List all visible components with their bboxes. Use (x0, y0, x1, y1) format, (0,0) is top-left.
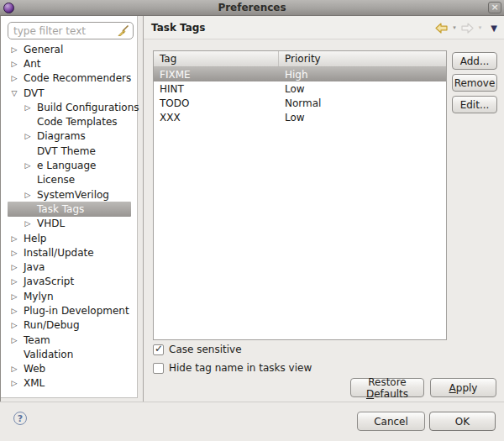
sidebar-item-label: e Language (37, 160, 96, 171)
forward-menu-chevron-icon[interactable]: ▾ (479, 24, 482, 31)
checkbox-label: Case sensitive (169, 344, 242, 355)
titlebar: Preferences × (0, 0, 504, 16)
sidebar-item-build-configurations[interactable]: ▷Build Configurations (1, 100, 136, 114)
sidebar-item-dvt[interactable]: ▽DVT (1, 86, 136, 100)
tree-expander-collapsed-icon[interactable]: ▷ (9, 321, 19, 329)
sidebar-item-task-tags[interactable]: Task Tags (1, 202, 136, 216)
tree-expander-collapsed-icon[interactable]: ▷ (23, 191, 33, 199)
sidebar-item-systemverilog[interactable]: ▷SystemVerilog (1, 187, 136, 202)
tree-expander-collapsed-icon[interactable]: ▷ (9, 45, 19, 54)
tree-expander-collapsed-icon[interactable]: ▷ (23, 132, 33, 140)
sidebar-item-label: Code Templates (37, 116, 118, 128)
sidebar-item-code-templates[interactable]: Code Templates (1, 114, 136, 129)
tag-cell: TODO (154, 97, 279, 109)
tree-expander-collapsed-icon[interactable]: ▷ (23, 219, 33, 228)
table-row-hint[interactable]: HINTLow (154, 81, 446, 96)
sidebar-item-label: Diagrams (37, 130, 86, 142)
tree-expander-collapsed-icon[interactable]: ▷ (23, 161, 33, 170)
checkbox-label: Hide tag name in tasks view (169, 362, 312, 374)
sidebar-item-diagrams[interactable]: ▷Diagrams (1, 129, 136, 144)
tree-expander-collapsed-icon[interactable]: ▷ (9, 292, 19, 301)
sidebar-item-label: Build Configurations (37, 102, 139, 113)
tree-expander-expanded-icon[interactable]: ▽ (9, 89, 19, 97)
sidebar-item-label: Install/Update (24, 247, 94, 259)
tree-expander-collapsed-icon[interactable]: ▷ (9, 365, 19, 373)
tree-expander-collapsed-icon[interactable]: ▷ (9, 234, 19, 243)
sidebar-item-vhdl[interactable]: ▷VHDL (1, 217, 136, 231)
window-icon (3, 3, 14, 13)
sidebar: ▷General▷Ant▷Code Recommenders▽DVT▷Build… (1, 16, 138, 398)
window-title: Preferences (0, 2, 504, 13)
sidebar-item-run-debug[interactable]: ▷Run/Debug (1, 318, 136, 333)
sidebar-item-plug-in-development[interactable]: ▷Plug-in Development (1, 303, 136, 318)
tree-expander-collapsed-icon[interactable]: ▷ (9, 60, 19, 68)
sidebar-item-label: Team (24, 334, 50, 346)
sidebar-item-label: Java (24, 261, 45, 273)
sidebar-item-license[interactable]: License (1, 173, 136, 187)
forward-arrow-icon[interactable] (460, 23, 475, 34)
sidebar-item-ant[interactable]: ▷Ant (1, 56, 136, 71)
add-button[interactable]: Add... (452, 52, 497, 70)
help-icon[interactable]: ? (13, 412, 27, 425)
sidebar-item-label: XML (24, 377, 45, 389)
tree-expander-collapsed-icon[interactable]: ▷ (9, 249, 19, 257)
ok-button[interactable]: OK (429, 412, 496, 431)
checkbox-hide-tag-name-in-tasks-view[interactable]: ✓Hide tag name in tasks view (153, 362, 312, 374)
checkbox-checked-icon[interactable]: ✓ (153, 344, 164, 355)
sidebar-item-install-update[interactable]: ▷Install/Update (1, 245, 136, 260)
tag-cell: FIXME (154, 69, 279, 81)
apply-label-mnemonic: A (449, 382, 456, 394)
back-menu-chevron-icon[interactable]: ▾ (453, 24, 456, 31)
priority-cell: Low (279, 112, 305, 123)
sidebar-item-xml[interactable]: ▷XML (1, 376, 136, 391)
sidebar-item-label: Run/Debug (24, 319, 80, 331)
sidebar-item-team[interactable]: ▷Team (1, 333, 136, 347)
sidebar-item-label: Validation (24, 349, 73, 360)
restore-label-pre: Restore (368, 376, 407, 388)
sidebar-item-web[interactable]: ▷Web (1, 362, 136, 376)
close-icon[interactable]: × (488, 2, 501, 13)
sidebar-item-label: General (24, 44, 63, 55)
table-row-xxx[interactable]: XXXLow (154, 110, 446, 124)
table-row-todo[interactable]: TODONormal (154, 96, 446, 110)
sidebar-item-code-recommenders[interactable]: ▷Code Recommenders (1, 71, 136, 86)
back-arrow-icon[interactable] (434, 23, 449, 34)
table-row-fixme[interactable]: FIXMEHigh (154, 67, 446, 81)
apply-button[interactable]: Apply (430, 378, 496, 397)
column-header-priority[interactable]: Priority (279, 51, 446, 66)
sidebar-item-dvt-theme[interactable]: DVT Theme (1, 144, 136, 158)
view-menu-icon[interactable]: ▼ (491, 24, 497, 33)
cancel-button[interactable]: Cancel (357, 412, 425, 431)
tree-expander-collapsed-icon[interactable]: ▷ (9, 277, 19, 286)
tree-expander-collapsed-icon[interactable]: ▷ (9, 336, 19, 344)
remove-button[interactable]: Remove (452, 74, 497, 92)
checkbox-unchecked-icon[interactable]: ✓ (153, 363, 164, 374)
tree-expander-collapsed-icon[interactable]: ▷ (9, 74, 19, 82)
priority-cell: Normal (279, 97, 321, 109)
sidebar-item-java[interactable]: ▷Java (1, 260, 136, 274)
tree-expander-collapsed-icon[interactable]: ▷ (9, 263, 19, 271)
table-body: FIXMEHighHINTLowTODONormalXXXLow (154, 67, 446, 124)
preferences-dialog: Preferences × ▷General▷Ant▷Code Recommen… (0, 0, 504, 441)
sidebar-item-label: Code Recommenders (24, 72, 131, 84)
sidebar-item-general[interactable]: ▷General (1, 42, 136, 56)
checkbox-case-sensitive[interactable]: ✓Case sensitive (153, 344, 242, 355)
tree-expander-collapsed-icon[interactable]: ▷ (9, 307, 19, 315)
sidebar-item-label: Task Tags (37, 203, 84, 215)
sidebar-item-javascript[interactable]: ▷JavaScript (1, 275, 136, 289)
sidebar-item-label: JavaScript (24, 276, 74, 287)
edit-button[interactable]: Edit... (452, 96, 497, 113)
tree-expander-collapsed-icon[interactable]: ▷ (9, 379, 19, 387)
sidebar-item-label: Ant (24, 58, 41, 70)
clear-filter-broom-icon[interactable] (117, 24, 129, 37)
tree-expander-collapsed-icon[interactable]: ▷ (23, 103, 33, 112)
sidebar-item-mylyn[interactable]: ▷Mylyn (1, 289, 136, 303)
sidebar-item-help[interactable]: ▷Help (1, 231, 136, 245)
sidebar-item-validation[interactable]: Validation (1, 347, 136, 361)
restore-label-mnemonic: D (366, 388, 374, 400)
restore-defaults-button[interactable]: Restore Defaults (350, 378, 424, 397)
filter-input[interactable] (13, 25, 117, 37)
task-tags-page: Task Tags ▾ ▾ ▼ Tag Priority FIXMEHighHI… (144, 16, 504, 402)
sidebar-item-e-language[interactable]: ▷e Language (1, 158, 136, 172)
column-header-tag[interactable]: Tag (154, 51, 279, 66)
